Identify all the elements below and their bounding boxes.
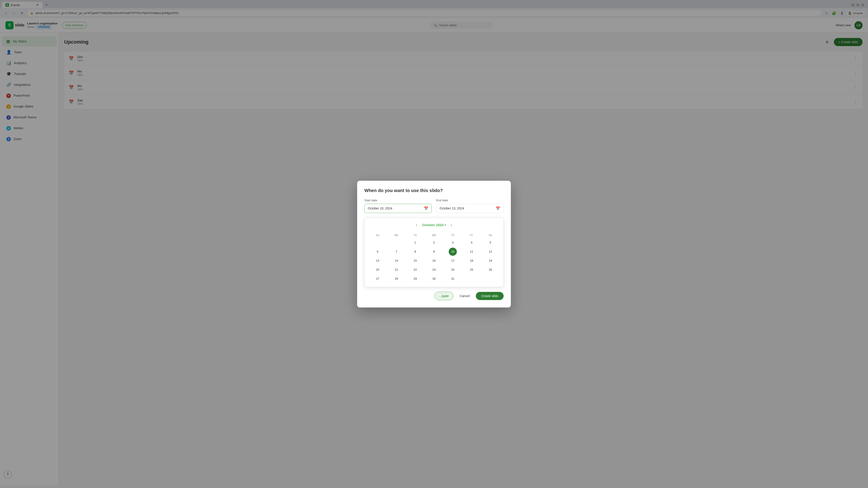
day-header-tu: Tu: [406, 232, 425, 238]
cal-day-23[interactable]: 23: [430, 266, 438, 274]
cal-day-10[interactable]: 10: [449, 248, 457, 256]
cal-day-22[interactable]: 22: [411, 266, 419, 274]
cal-day-17[interactable]: 17: [449, 257, 457, 265]
cal-day-25[interactable]: 25: [467, 266, 475, 274]
cal-day-21[interactable]: 21: [393, 266, 401, 274]
start-date-value: October 10, 2024: [368, 206, 422, 210]
cal-day-5[interactable]: 5: [486, 238, 494, 247]
start-date-calendar-icon: 📅: [424, 206, 428, 210]
cal-day-28[interactable]: 28: [393, 275, 401, 283]
end-date-field: End date October 13, 2024 📅: [436, 199, 504, 213]
start-date-field: Start date October 10, 2024 📅: [364, 199, 432, 213]
cal-day-30[interactable]: 30: [430, 275, 438, 283]
modal-actions: ...ipate Cancel Create slido: [364, 292, 504, 300]
day-header-th: Th: [443, 232, 462, 238]
participate-button[interactable]: ...ipate: [434, 292, 454, 300]
day-header-fr: Fr: [462, 232, 481, 238]
end-date-input[interactable]: October 13, 2024 📅: [436, 204, 504, 213]
start-date-input[interactable]: October 10, 2024 📅: [364, 204, 432, 213]
cal-day-18[interactable]: 18: [467, 257, 475, 265]
cal-day-9[interactable]: 9: [430, 248, 438, 256]
participate-label: ...ipate: [439, 294, 449, 298]
calendar-header: ‹ October 2024 ▾ ›: [368, 221, 500, 229]
day-header-we: We: [425, 232, 443, 238]
cal-day-8[interactable]: 8: [411, 248, 419, 256]
cal-day-2[interactable]: 2: [430, 238, 438, 247]
cal-day-24[interactable]: 24: [449, 266, 457, 274]
cal-day-27[interactable]: 27: [374, 275, 382, 283]
day-header-sa: Sa: [481, 232, 500, 238]
cal-day-16[interactable]: 16: [430, 257, 438, 265]
calendar-prev-button[interactable]: ‹: [413, 221, 420, 229]
cancel-button[interactable]: Cancel: [456, 292, 473, 300]
cal-day-empty: [486, 275, 494, 283]
calendar-next-button[interactable]: ›: [448, 221, 455, 229]
cal-day-15[interactable]: 15: [411, 257, 419, 265]
day-header-mo: Mo: [387, 232, 406, 238]
end-date-label: End date: [436, 199, 504, 202]
cal-day-26[interactable]: 26: [486, 266, 494, 274]
cal-day-29[interactable]: 29: [411, 275, 419, 283]
cal-day-11[interactable]: 11: [467, 248, 475, 256]
cal-day-12[interactable]: 12: [486, 248, 494, 256]
cal-day-empty: [393, 238, 401, 247]
create-slido-modal-button[interactable]: Create slido: [476, 292, 504, 300]
cal-day-3[interactable]: 3: [449, 238, 457, 247]
date-fields: Start date October 10, 2024 📅 End date O…: [364, 199, 504, 213]
cal-day-empty: [467, 275, 475, 283]
cal-day-31[interactable]: 31: [449, 275, 457, 283]
cal-day-1[interactable]: 1: [411, 238, 419, 247]
cal-day-14[interactable]: 14: [393, 257, 401, 265]
cal-day-4[interactable]: 4: [467, 238, 475, 247]
calendar-month-text: October 2024: [422, 223, 443, 227]
end-date-calendar-icon: 📅: [496, 206, 500, 210]
calendar-month-label[interactable]: October 2024 ▾: [422, 223, 446, 227]
date-picker-modal: When do you want to use this slido? Star…: [357, 181, 511, 307]
modal-title: When do you want to use this slido?: [364, 188, 504, 193]
calendar-grid: Su Mo Tu We Th Fr Sa 1 2 3 4 5 6 7 8 9: [368, 232, 500, 283]
cal-day-6[interactable]: 6: [374, 248, 382, 256]
end-date-value: October 13, 2024: [440, 206, 494, 210]
cal-day-20[interactable]: 20: [374, 266, 382, 274]
modal-overlay[interactable]: When do you want to use this slido? Star…: [0, 0, 868, 486]
cal-day-19[interactable]: 19: [486, 257, 494, 265]
day-header-su: Su: [368, 232, 387, 238]
calendar-dropdown-icon: ▾: [445, 223, 446, 227]
calendar-popup: ‹ October 2024 ▾ › Su Mo Tu We Th Fr Sa: [364, 218, 504, 287]
cal-day-7[interactable]: 7: [393, 248, 401, 256]
start-date-label: Start date: [364, 199, 432, 202]
cal-day-13[interactable]: 13: [374, 257, 382, 265]
cal-day-empty: [374, 238, 382, 247]
